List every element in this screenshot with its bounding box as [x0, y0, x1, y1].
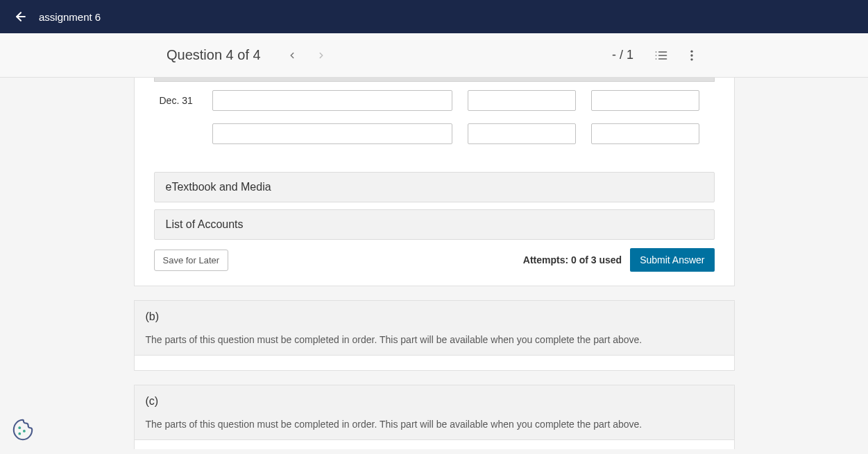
part-b-message: The parts of this question must be compl… — [135, 334, 734, 355]
question-counter: Question 4 of 4 — [167, 47, 261, 63]
etextbook-accordion[interactable]: eTextbook and Media — [154, 172, 715, 202]
cookie-preferences-button[interactable] — [10, 417, 36, 443]
assignment-title: assignment 6 — [39, 11, 101, 23]
svg-point-9 — [690, 58, 692, 60]
arrow-left-icon — [14, 10, 28, 24]
next-question-button[interactable] — [312, 46, 330, 64]
score-display: - / 1 — [612, 48, 633, 62]
attempts-text: Attempts: 0 of 3 used — [523, 254, 622, 265]
list-icon — [654, 49, 668, 62]
account-title-input-2[interactable] — [212, 123, 452, 144]
part-c-header: (c) — [135, 385, 734, 419]
back-button[interactable] — [14, 10, 28, 24]
part-a-card: Dec. 31 eTextbook and Media List of Acco… — [134, 78, 735, 286]
save-for-later-button[interactable]: Save for Later — [154, 250, 229, 271]
content-area: Dec. 31 eTextbook and Media List of Acco… — [0, 78, 868, 449]
part-b-card: (b) The parts of this question must be c… — [134, 300, 735, 371]
sub-header-right: - / 1 — [612, 46, 701, 65]
part-c-card: (c) The parts of this question must be c… — [134, 385, 735, 449]
part-b-locked: (b) The parts of this question must be c… — [135, 301, 734, 355]
credit-input-2[interactable] — [591, 123, 699, 144]
more-vertical-icon — [685, 49, 699, 62]
svg-point-7 — [690, 50, 692, 52]
entry-date: Dec. 31 — [160, 95, 197, 106]
cookie-icon — [11, 418, 35, 442]
action-row: Save for Later Attempts: 0 of 3 used Sub… — [135, 240, 734, 286]
credit-input-1[interactable] — [591, 90, 699, 111]
sub-header-left: Question 4 of 4 — [167, 46, 336, 64]
account-title-input-1[interactable] — [212, 90, 452, 111]
debit-input-1[interactable] — [468, 90, 576, 111]
part-b-header: (b) — [135, 301, 734, 334]
submit-answer-button[interactable]: Submit Answer — [630, 248, 714, 272]
prev-question-button[interactable] — [283, 46, 301, 64]
part-c-body — [135, 439, 734, 449]
svg-point-12 — [18, 433, 21, 435]
accordion-group: eTextbook and Media List of Accounts — [135, 172, 734, 240]
part-c-message: The parts of this question must be compl… — [135, 419, 734, 439]
list-of-accounts-accordion[interactable]: List of Accounts — [154, 209, 715, 240]
content-inner: Dec. 31 eTextbook and Media List of Acco… — [134, 78, 735, 449]
svg-point-10 — [18, 426, 21, 429]
chevron-left-icon — [287, 51, 297, 60]
debit-input-2[interactable] — [468, 123, 576, 144]
more-options-button[interactable] — [682, 46, 701, 65]
top-bar: assignment 6 — [0, 0, 868, 33]
sub-header: Question 4 of 4 - / 1 — [0, 33, 868, 78]
svg-point-11 — [23, 430, 26, 433]
question-list-button[interactable] — [652, 46, 671, 65]
part-b-label: (b) — [146, 311, 723, 323]
svg-point-8 — [690, 54, 692, 56]
chevron-right-icon — [316, 51, 326, 60]
part-b-body — [135, 355, 734, 370]
journal-entry-row-1: Dec. 31 — [135, 82, 734, 111]
action-right: Attempts: 0 of 3 used Submit Answer — [523, 248, 715, 272]
journal-entry-row-2 — [135, 111, 734, 144]
part-c-label: (c) — [146, 395, 723, 408]
part-c-locked: (c) The parts of this question must be c… — [135, 385, 734, 439]
